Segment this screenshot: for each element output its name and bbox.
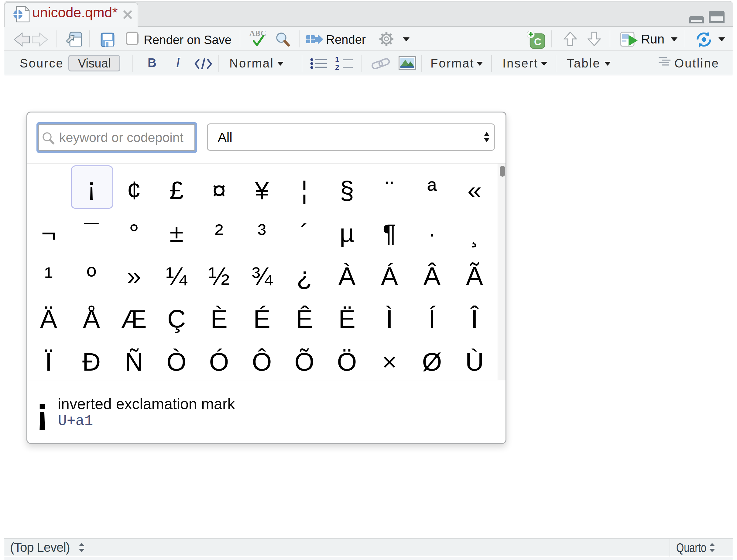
svg-text:2: 2 — [335, 63, 339, 71]
svg-text:1: 1 — [335, 57, 339, 64]
svg-text:C: C — [534, 36, 541, 47]
